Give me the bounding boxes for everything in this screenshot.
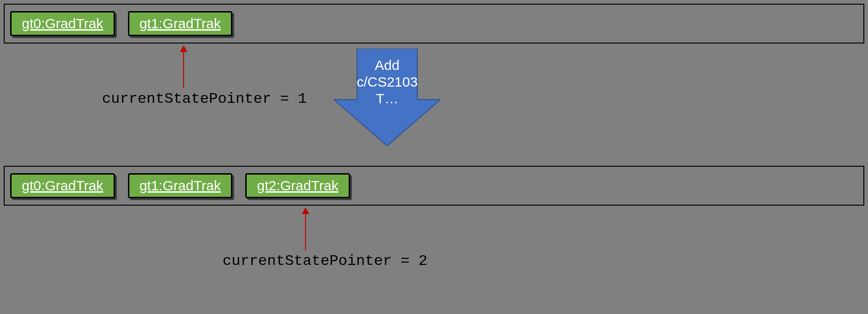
pointer-arrow-after (305, 208, 306, 250)
state-box-gt0-before: gt0:GradTrak (10, 11, 115, 36)
state-box-gt1-before: gt1:GradTrak (128, 11, 233, 36)
action-arrow: Add c/CS2103 T… (334, 49, 440, 146)
pointer-label-after: currentStatePointer = 2 (223, 252, 428, 270)
pointer-label-before: currentStatePointer = 1 (102, 90, 307, 107)
action-arrow-line3: T… (334, 90, 440, 107)
state-list-before: gt0:GradTrak gt1:GradTrak (4, 4, 864, 44)
action-arrow-line2: c/CS2103 (334, 74, 440, 90)
state-box-gt1-after: gt1:GradTrak (128, 173, 233, 198)
state-box-gt2-after: gt2:GradTrak (245, 173, 350, 198)
pointer-arrow-before (183, 46, 184, 88)
state-box-gt0-after: gt0:GradTrak (10, 173, 115, 198)
state-list-after: gt0:GradTrak gt1:GradTrak gt2:GradTrak (4, 166, 864, 206)
action-arrow-line1: Add (334, 57, 440, 74)
